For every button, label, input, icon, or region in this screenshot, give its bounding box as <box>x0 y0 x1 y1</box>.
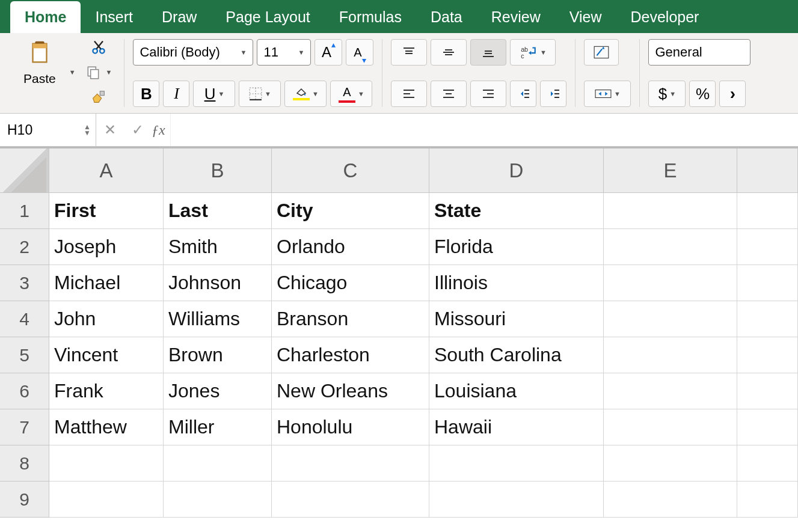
orientation-button[interactable] <box>584 39 619 66</box>
cell-D6[interactable]: Louisiana <box>429 373 604 409</box>
enter-formula-button[interactable]: ✓ <box>124 121 152 138</box>
row-header-5[interactable]: 5 <box>0 337 49 373</box>
row-header-7[interactable]: 7 <box>0 409 49 445</box>
font-family-dropdown[interactable]: Calibri (Body) ▼ <box>133 39 253 66</box>
col-header-E[interactable]: E <box>604 148 737 193</box>
cell-B3[interactable]: Johnson <box>164 265 272 301</box>
align-top-button[interactable] <box>391 39 427 66</box>
clipboard-icon[interactable] <box>26 39 54 69</box>
tab-formulas[interactable]: Formulas <box>325 1 416 33</box>
row-header-6[interactable]: 6 <box>0 373 49 409</box>
cell-B4[interactable]: Williams <box>164 301 272 337</box>
cancel-formula-button[interactable]: ✕ <box>96 121 124 138</box>
cell-A6[interactable]: Frank <box>49 373 164 409</box>
font-color-button[interactable]: A ▼ <box>330 81 372 107</box>
cell-D1[interactable]: State <box>429 193 604 229</box>
cell-A5[interactable]: Vincent <box>49 337 164 373</box>
cell-B8[interactable] <box>164 445 272 482</box>
increase-font-size-button[interactable]: A▴ <box>315 39 342 66</box>
tab-view[interactable]: View <box>555 1 616 33</box>
align-bottom-button[interactable] <box>470 39 506 66</box>
cell-D5[interactable]: South Carolina <box>429 337 604 373</box>
cell-E6[interactable] <box>604 373 737 409</box>
decrease-indent-button[interactable] <box>510 81 536 107</box>
cell-E8[interactable] <box>604 445 737 482</box>
align-center-button[interactable] <box>431 81 467 107</box>
bold-button[interactable]: B <box>133 81 159 107</box>
col-header-A[interactable]: A <box>49 148 164 193</box>
cell-F5[interactable] <box>737 337 798 373</box>
row-header-2[interactable]: 2 <box>0 229 49 265</box>
cell-E3[interactable] <box>604 265 737 301</box>
cell-C1[interactable]: City <box>272 193 429 229</box>
tab-insert[interactable]: Insert <box>81 1 147 33</box>
cell-A4[interactable]: John <box>49 301 164 337</box>
col-header-extra[interactable] <box>737 148 798 193</box>
cell-F6[interactable] <box>737 373 798 409</box>
fill-color-button[interactable]: ▼ <box>284 81 327 107</box>
tab-review[interactable]: Review <box>477 1 555 33</box>
cell-E5[interactable] <box>604 337 737 373</box>
cut-icon[interactable] <box>90 39 107 56</box>
tab-page-layout[interactable]: Page Layout <box>211 1 324 33</box>
cell-C5[interactable]: Charleston <box>272 337 429 373</box>
cell-B7[interactable]: Miller <box>164 409 272 445</box>
font-size-dropdown[interactable]: 11 ▼ <box>257 39 311 66</box>
col-header-C[interactable]: C <box>272 148 429 193</box>
cell-A2[interactable]: Joseph <box>49 229 164 265</box>
paste-dropdown[interactable]: ▼ <box>69 69 76 76</box>
decrease-font-size-button[interactable]: A▾ <box>346 39 373 66</box>
percent-button[interactable]: % <box>689 81 716 107</box>
cell-E7[interactable] <box>604 409 737 445</box>
cell-F7[interactable] <box>737 409 798 445</box>
fx-icon[interactable]: ƒx <box>152 122 165 138</box>
cell-C3[interactable]: Chicago <box>272 265 429 301</box>
cell-D3[interactable]: Illinois <box>429 265 604 301</box>
borders-button[interactable]: ▼ <box>239 81 281 107</box>
increase-indent-button[interactable] <box>540 81 566 107</box>
underline-button[interactable]: U▼ <box>193 81 235 107</box>
cell-B6[interactable]: Jones <box>164 373 272 409</box>
cell-D8[interactable] <box>429 445 604 482</box>
row-header-8[interactable]: 8 <box>0 445 49 482</box>
cell-F9[interactable] <box>737 482 798 518</box>
cell-C9[interactable] <box>272 482 429 518</box>
tab-data[interactable]: Data <box>416 1 477 33</box>
cell-E1[interactable] <box>604 193 737 229</box>
cell-C4[interactable]: Branson <box>272 301 429 337</box>
cell-E4[interactable] <box>604 301 737 337</box>
cell-E2[interactable] <box>604 229 737 265</box>
row-header-9[interactable]: 9 <box>0 482 49 518</box>
tab-developer[interactable]: Developer <box>616 1 713 33</box>
col-header-B[interactable]: B <box>164 148 272 193</box>
copy-dropdown[interactable]: ▼ <box>106 69 112 76</box>
cell-A7[interactable]: Matthew <box>49 409 164 445</box>
cell-C2[interactable]: Orlando <box>272 229 429 265</box>
cell-D2[interactable]: Florida <box>429 229 604 265</box>
cell-B5[interactable]: Brown <box>164 337 272 373</box>
cell-B1[interactable]: Last <box>164 193 272 229</box>
cell-A3[interactable]: Michael <box>49 265 164 301</box>
formula-input[interactable] <box>170 114 798 146</box>
currency-button[interactable]: $▼ <box>648 81 686 107</box>
cell-A8[interactable] <box>49 445 164 482</box>
align-right-button[interactable] <box>470 81 506 107</box>
cell-C7[interactable]: Honolulu <box>272 409 429 445</box>
wrap-text-button[interactable]: abc ▼ <box>510 39 556 66</box>
select-all-corner[interactable] <box>0 148 49 193</box>
cell-F1[interactable] <box>737 193 798 229</box>
cell-D4[interactable]: Missouri <box>429 301 604 337</box>
name-box-down[interactable]: ▼ <box>84 130 91 136</box>
merge-center-button[interactable]: ▼ <box>584 81 631 107</box>
cell-F8[interactable] <box>737 445 798 482</box>
cell-B2[interactable]: Smith <box>164 229 272 265</box>
name-box[interactable]: H10 ▲ ▼ <box>0 114 96 146</box>
comma-style-button[interactable]: › <box>719 81 746 107</box>
row-header-3[interactable]: 3 <box>0 265 49 301</box>
cell-A9[interactable] <box>49 482 164 518</box>
tab-home[interactable]: Home <box>10 1 81 33</box>
cell-D9[interactable] <box>429 482 604 518</box>
cell-C6[interactable]: New Orleans <box>272 373 429 409</box>
cell-F4[interactable] <box>737 301 798 337</box>
cell-C8[interactable] <box>272 445 429 482</box>
